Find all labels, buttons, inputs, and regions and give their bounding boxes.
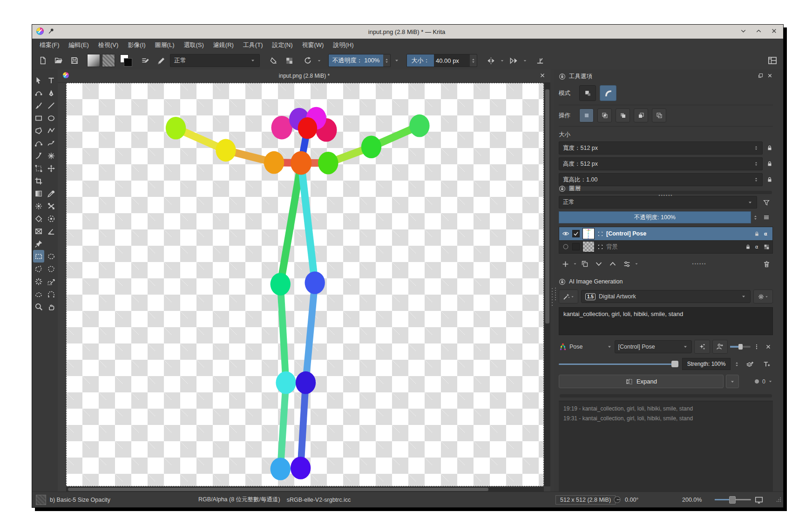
control-options-button[interactable] <box>753 341 761 353</box>
tool-polygon[interactable] <box>33 124 44 137</box>
layer-alpha-lock-icon[interactable]: α <box>763 230 770 237</box>
select-replace-button[interactable] <box>579 108 594 122</box>
tool-smart-patch[interactable] <box>33 200 44 212</box>
generate-options-caret[interactable] <box>726 375 739 388</box>
eraser-toggle-button[interactable] <box>266 54 280 67</box>
layer-checkbox[interactable] <box>572 243 580 250</box>
window-close-button[interactable] <box>771 27 778 36</box>
layer-properties-button[interactable] <box>620 258 633 270</box>
brush-size-spinbox[interactable]: 大小： 40.00 px <box>406 54 477 67</box>
menu-settings[interactable]: 設定(N) <box>267 39 297 52</box>
opacity-spinbox[interactable]: 不透明度： 100% <box>328 54 391 67</box>
history-entry[interactable]: 19:31 - kantai_collection, girl, loli, h… <box>563 414 768 424</box>
docker-splitter[interactable] <box>550 69 554 492</box>
tool-zoom[interactable] <box>33 300 44 313</box>
prompt-textarea[interactable]: kantai_collection, girl, loli, hibiki, s… <box>559 307 773 335</box>
mirror-horizontal-button[interactable] <box>484 54 498 67</box>
layer-filter-button[interactable] <box>760 196 773 209</box>
tool-pan[interactable] <box>46 300 57 313</box>
tool-bezier-curve[interactable] <box>33 137 44 149</box>
canvas-vertical-scrollbar[interactable] <box>544 83 550 486</box>
tool-freehand-select[interactable] <box>46 263 57 275</box>
fg-bg-color-selector[interactable] <box>120 54 133 67</box>
tool-similar-color-select[interactable] <box>46 275 57 288</box>
menu-help[interactable]: 說明(H) <box>328 39 358 52</box>
tool-measure[interactable] <box>46 225 57 237</box>
resize-grip[interactable] <box>775 496 782 503</box>
document-tab[interactable]: input.png (2.8 MiB) * <box>58 69 550 83</box>
brush-size-spin-arrows[interactable] <box>470 54 477 67</box>
opacity-spin-arrows[interactable] <box>383 54 390 67</box>
tool-ellipse[interactable] <box>46 112 57 124</box>
mode-vector-button[interactable] <box>600 85 616 101</box>
ai-settings-button[interactable] <box>753 290 773 303</box>
opacity-preset-caret[interactable] <box>393 54 401 67</box>
blend-mode-select[interactable]: 正常 <box>170 54 260 67</box>
tool-freehand-brush[interactable] <box>33 99 44 112</box>
tool-rectangle[interactable] <box>33 112 44 124</box>
layer-visible-icon[interactable] <box>562 230 569 237</box>
move-layer-down-button[interactable] <box>592 258 605 270</box>
window-maximize-button[interactable] <box>755 27 762 36</box>
select-subtract-button[interactable] <box>634 108 648 122</box>
menu-image[interactable]: 影像(I) <box>123 39 150 52</box>
document-close-icon[interactable] <box>539 72 546 80</box>
mirror-vertical-button[interactable] <box>507 54 521 67</box>
new-document-button[interactable] <box>36 54 50 67</box>
tool-enclose-fill[interactable] <box>46 212 57 225</box>
strength-spinbox[interactable]: Strength: 100% <box>682 358 731 370</box>
layer-opacity-slider[interactable]: 不透明度: 100% <box>559 211 751 223</box>
duplicate-layer-button[interactable] <box>578 258 591 270</box>
tool-multibrush[interactable] <box>46 149 57 162</box>
delete-layer-button[interactable] <box>760 258 773 270</box>
canvas-rotation-dial[interactable] <box>613 496 621 504</box>
menu-file[interactable]: 檔案(F) <box>35 39 64 52</box>
add-pose-character-button[interactable] <box>712 340 728 354</box>
tool-polyline[interactable] <box>46 124 57 137</box>
preserve-alpha-toggle[interactable] <box>282 54 296 67</box>
tool-move[interactable] <box>46 162 57 175</box>
selection-height-field[interactable]: 高度：512 px <box>559 157 763 170</box>
menu-view[interactable]: 檢視(V) <box>94 39 123 52</box>
tool-select-shapes[interactable] <box>33 74 44 87</box>
menu-layer[interactable]: 圖層(L) <box>150 39 179 52</box>
reload-preset-button[interactable] <box>301 54 315 67</box>
tool-bezier-select[interactable] <box>33 288 44 300</box>
menu-select[interactable]: 選取(S) <box>179 39 208 52</box>
generate-button[interactable]: Expand <box>559 375 724 388</box>
save-button[interactable] <box>68 54 81 67</box>
pattern-chooser-button[interactable] <box>102 54 115 67</box>
pin-icon[interactable] <box>48 28 54 36</box>
layer-alpha-lock-icon[interactable]: α <box>754 243 761 250</box>
tool-text[interactable] <box>46 74 57 87</box>
fit-to-screen-icon[interactable] <box>755 496 763 504</box>
tool-edit-shapes[interactable] <box>33 87 44 99</box>
tool-polygon-select[interactable] <box>33 263 44 275</box>
select-add-button[interactable] <box>616 108 630 122</box>
queue-caret[interactable] <box>768 379 773 384</box>
generate-control-button[interactable] <box>694 340 710 354</box>
tool-magic-wand-select[interactable] <box>33 275 44 288</box>
close-docker-icon[interactable] <box>767 73 773 80</box>
pattern-preview[interactable] <box>36 495 46 505</box>
canvas[interactable] <box>66 83 544 486</box>
wrap-around-mode-button[interactable] <box>533 54 547 67</box>
tool-magnetic-select[interactable] <box>46 288 57 300</box>
float-docker-icon[interactable] <box>758 73 764 80</box>
layer-lock-icon[interactable] <box>754 231 760 237</box>
selection-width-field[interactable]: 寬度：512 px <box>559 141 763 155</box>
tool-rect-select[interactable] <box>33 250 44 263</box>
window-minimize-button[interactable] <box>740 27 747 36</box>
layer-blend-mode-select[interactable]: 正常 <box>559 196 757 209</box>
gradient-chooser-button[interactable] <box>87 54 100 67</box>
move-layer-up-button[interactable] <box>606 258 619 270</box>
history-splitter[interactable] <box>560 394 772 397</box>
layer-lock-icon[interactable] <box>745 244 751 250</box>
layer-hidden-icon[interactable] <box>562 243 569 250</box>
add-text-button[interactable] <box>760 358 773 370</box>
control-end-slider[interactable] <box>730 346 751 348</box>
menu-window[interactable]: 視窗(W) <box>298 39 329 52</box>
tool-transform[interactable] <box>33 162 44 175</box>
tool-color-sampler[interactable] <box>46 187 57 200</box>
add-layer-button[interactable] <box>559 258 572 270</box>
